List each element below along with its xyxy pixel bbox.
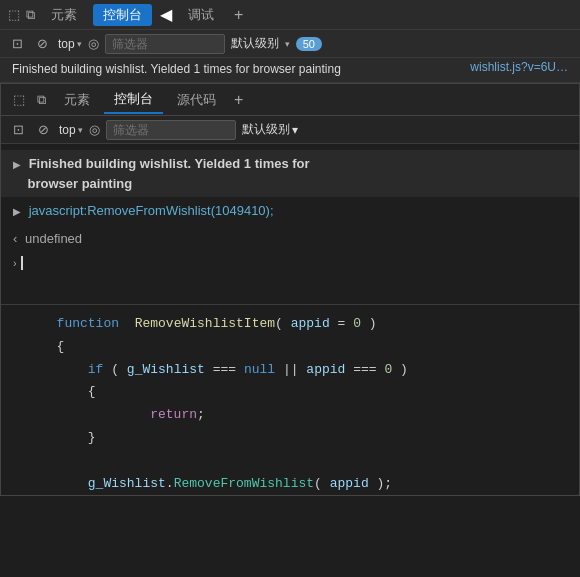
console-log-line: ▶ Finished building wishlist. Yielded 1 …: [1, 150, 579, 197]
code-param-appid: appid: [291, 316, 330, 331]
code-line-8: g_Wishlist.RemoveFromWishlist( appid );: [1, 473, 579, 496]
outer-default-caret-icon: ▾: [285, 39, 290, 49]
outer-log-text: Finished building wishlist. Yielded 1 ti…: [12, 62, 341, 76]
panel-toolbar: ⊡ ⊘ top ▾ ◎ 默认级别 ▾: [1, 116, 579, 144]
console-undefined-text: undefined: [25, 231, 82, 246]
panel-top-caret: ▾: [78, 125, 83, 135]
console-log-text: Finished building wishlist. Yielded 1 ti…: [13, 156, 310, 191]
panel-filter-input[interactable]: [106, 120, 236, 140]
panel-tabbar: ⬚ ⧉ 元素 控制台 源代码 +: [1, 84, 579, 116]
outer-tab-elements[interactable]: 元素: [41, 2, 87, 28]
outer-log-link[interactable]: wishlist.js?v=6U…: [470, 60, 568, 74]
console-cursor: [21, 256, 23, 270]
panel-top-selector[interactable]: top ▾: [59, 123, 83, 137]
outer-tab-source[interactable]: 调试: [178, 2, 224, 28]
panel-clear-icon[interactable]: ⊡: [9, 120, 28, 139]
code-brace-inner-close: }: [88, 430, 96, 445]
console-prompt-row[interactable]: ›: [1, 252, 579, 274]
code-param-appid2: appid: [306, 362, 345, 377]
outer-badge[interactable]: 50: [296, 37, 322, 51]
panel-default-level[interactable]: 默认级别 ▾: [242, 121, 298, 138]
outer-tab-plus[interactable]: +: [234, 6, 243, 24]
code-null-val: null: [244, 362, 275, 377]
code-line-6: }: [1, 427, 579, 450]
outer-default-level[interactable]: 默认级别: [231, 35, 279, 52]
code-brace-inner-open: {: [88, 384, 96, 399]
code-paren-close: ): [400, 362, 408, 377]
arrow-indicator: ◀: [160, 5, 172, 24]
code-line-5: return;: [1, 404, 579, 427]
panel-top-label: top: [59, 123, 76, 137]
outer-default-caret: ▾: [285, 39, 290, 49]
code-op-strict2: ===: [353, 362, 376, 377]
console-js-expand: ▶: [13, 206, 21, 217]
code-num-0b: 0: [384, 362, 392, 377]
code-op-strict: ===: [213, 362, 236, 377]
console-left-caret: ‹: [13, 231, 17, 246]
outer-toolbar: ⊡ ⊘ top ▾ ◎ 默认级别 ▾ 50: [0, 30, 580, 58]
code-return-kw: return: [150, 407, 197, 422]
layers-icon-outer[interactable]: ⧉: [26, 7, 35, 23]
console-expand-icon: ▶: [13, 159, 21, 170]
inspect-icon-outer[interactable]: ⬚: [8, 7, 20, 22]
panel-layers-icon[interactable]: ⧉: [33, 90, 50, 110]
panel-tab-console[interactable]: 控制台: [104, 86, 163, 114]
panel-default-caret: ▾: [292, 123, 298, 137]
code-keyword-if: if: [88, 362, 104, 377]
panel-tab-elements[interactable]: 元素: [54, 87, 100, 113]
code-section: function RemoveWishlistItem( appid = 0 )…: [1, 304, 579, 495]
outer-log-message: wishlist.js?v=6U… Finished building wish…: [0, 58, 580, 83]
outer-top-label: top: [58, 37, 75, 51]
code-op-or: ||: [283, 362, 299, 377]
outer-tab-console[interactable]: 控制台: [93, 4, 152, 26]
code-op-eq: =: [338, 316, 346, 331]
code-line-4: {: [1, 381, 579, 404]
panel-tab-plus[interactable]: +: [234, 91, 243, 109]
panel-default-level-label: 默认级别: [242, 121, 290, 138]
code-punct-2: ): [369, 316, 377, 331]
console-prompt-icon: ›: [13, 257, 17, 269]
code-dot: .: [166, 476, 174, 491]
outer-top-caret: ▾: [77, 39, 82, 49]
code-semicolon: ;: [197, 407, 205, 422]
code-remove-fn: RemoveFromWishlist: [174, 476, 314, 491]
panel-inspect-icon[interactable]: ⬚: [9, 90, 29, 109]
panel-tab-source[interactable]: 源代码: [167, 87, 226, 113]
code-call-close: );: [377, 476, 393, 491]
code-line-3: if ( g_Wishlist === null || appid === 0 …: [1, 359, 579, 382]
outer-tab-bar: ⬚ ⧉ 元素 控制台 ◀ 调试 +: [0, 0, 580, 30]
code-paren-open: (: [111, 362, 119, 377]
panel-block-icon[interactable]: ⊘: [34, 120, 53, 139]
code-call-open: (: [314, 476, 322, 491]
code-gwishlist: g_Wishlist: [127, 362, 205, 377]
code-brace-open: {: [57, 339, 65, 354]
outer-filter-input[interactable]: [105, 34, 225, 54]
console-js-command-row: ▶ javascript:RemoveFromWishlist(1049410)…: [1, 197, 579, 225]
outer-top-selector[interactable]: top ▾: [58, 37, 82, 51]
console-js-link[interactable]: javascript:RemoveFromWishlist(1049410);: [29, 203, 274, 218]
outer-eye-icon[interactable]: ◎: [88, 36, 99, 51]
code-param-appid3: appid: [330, 476, 369, 491]
outer-block-icon[interactable]: ⊘: [33, 34, 52, 53]
code-keyword-function: function: [57, 316, 119, 331]
code-gwishlist2: g_Wishlist: [88, 476, 166, 491]
console-content: ▶ Finished building wishlist. Yielded 1 …: [1, 144, 579, 304]
devtools-panel: ⬚ ⧉ 元素 控制台 源代码 + ⊡ ⊘ top ▾ ◎ 默认级别 ▾ ▶ Fi…: [0, 83, 580, 496]
panel-eye-icon[interactable]: ◎: [89, 122, 100, 137]
code-number-0: 0: [353, 316, 361, 331]
code-line-1: function RemoveWishlistItem( appid = 0 ): [1, 313, 579, 336]
code-fn-name: RemoveWishlistItem: [135, 316, 275, 331]
code-line-7: [1, 450, 579, 473]
code-line-2: {: [1, 336, 579, 359]
outer-clear-icon[interactable]: ⊡: [8, 34, 27, 53]
code-punct-1: (: [275, 316, 283, 331]
console-undefined-row: ‹ undefined: [1, 225, 579, 253]
